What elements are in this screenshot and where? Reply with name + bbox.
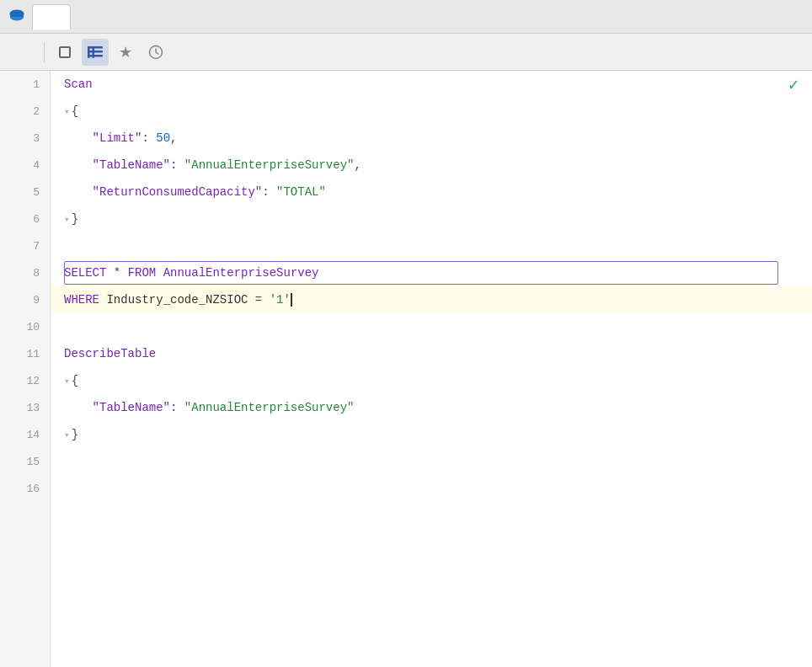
- code-line-7: [51, 232, 812, 259]
- svg-rect-5: [93, 46, 95, 58]
- table-view-button[interactable]: [82, 39, 109, 66]
- code-line-8: SELECT * FROM AnnualEnterpriseSurvey: [51, 259, 812, 286]
- title-bar: [0, 0, 812, 34]
- app-icon: [8, 8, 25, 25]
- tab-close-button[interactable]: [50, 12, 60, 22]
- svg-rect-3: [88, 55, 103, 57]
- code-line-5: "ReturnConsumedCapacity": "TOTAL": [51, 179, 812, 205]
- line-number-12: 12: [0, 367, 50, 394]
- checkmark-icon: ✓: [788, 74, 799, 95]
- code-line-11: DescribeTable: [51, 340, 812, 367]
- svg-rect-2: [88, 51, 103, 53]
- svg-rect-4: [88, 46, 90, 58]
- line-number-6: 6: [0, 205, 50, 232]
- code-area[interactable]: Scan✓▾{ "Limit": 50, "TableName": "Annua…: [51, 71, 812, 667]
- code-line-14: ▾}: [51, 421, 812, 448]
- line-number-9: 9: [0, 286, 50, 313]
- editor: 12345678910111213141516 Scan✓▾{ "Limit":…: [0, 71, 812, 667]
- svg-rect-1: [88, 46, 103, 49]
- line-number-10: 10: [0, 313, 50, 340]
- favorite-button[interactable]: ★: [112, 39, 139, 66]
- line-number-15: 15: [0, 448, 50, 475]
- code-line-12: ▾{: [51, 367, 812, 394]
- code-line-4: "TableName": "AnnualEnterpriseSurvey",: [51, 152, 812, 179]
- code-line-16: [51, 475, 812, 502]
- history-button[interactable]: [142, 39, 169, 66]
- line-number-7: 7: [0, 232, 50, 259]
- code-line-9: WHERE Industry_code_NZSIOC = '1': [51, 286, 812, 313]
- code-line-1: Scan✓: [51, 71, 812, 98]
- line-number-1: 1: [0, 71, 50, 98]
- code-line-2: ▾{: [51, 98, 812, 125]
- line-number-2: 2: [0, 98, 50, 125]
- code-line-10: [51, 313, 812, 340]
- run-button[interactable]: [10, 39, 37, 66]
- toolbar-divider-1: [44, 42, 45, 62]
- code-line-6: ▾}: [51, 205, 812, 232]
- line-number-4: 4: [0, 152, 50, 179]
- code-line-3: "Limit": 50,: [51, 125, 812, 152]
- toolbar: ★: [0, 34, 812, 71]
- line-numbers: 12345678910111213141516: [0, 71, 51, 667]
- code-line-13: "TableName": "AnnualEnterpriseSurvey": [51, 394, 812, 421]
- line-number-16: 16: [0, 475, 50, 502]
- line-number-14: 14: [0, 421, 50, 448]
- line-number-8: 8: [0, 259, 50, 286]
- console-tab[interactable]: [32, 4, 71, 29]
- line-number-3: 3: [0, 125, 50, 152]
- line-number-13: 13: [0, 394, 50, 421]
- line-number-11: 11: [0, 340, 50, 367]
- stop-button[interactable]: [51, 39, 78, 66]
- line-number-5: 5: [0, 179, 50, 205]
- code-line-15: [51, 448, 812, 475]
